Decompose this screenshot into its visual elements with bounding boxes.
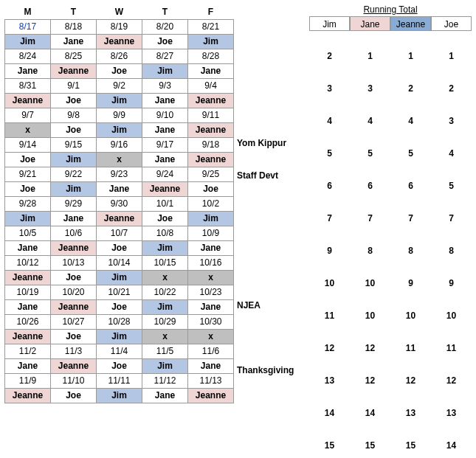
- running-total-cell: 11: [390, 343, 431, 353]
- date-cell: 9/29: [51, 196, 97, 211]
- running-total-cell: 6: [350, 181, 390, 191]
- assignment-cell: Jeanne: [97, 34, 142, 49]
- running-total-row: 14141313: [309, 406, 472, 420]
- running-total-cell: 12: [309, 343, 350, 353]
- assignment-cell: Jane: [188, 240, 234, 255]
- running-total-cell: 5: [390, 148, 431, 159]
- week-note: [237, 266, 302, 280]
- assignment-cell: Jim: [51, 152, 97, 167]
- date-cell: 10/15: [142, 255, 188, 270]
- assignment-cell: Joe: [5, 181, 51, 196]
- date-cell: 10/13: [51, 255, 97, 270]
- date-cell: 10/28: [97, 314, 142, 329]
- date-cell: 10/9: [188, 226, 234, 240]
- date-cell: 9/15: [51, 137, 97, 152]
- day-header: T: [51, 4, 97, 19]
- running-total-cell: 3: [350, 83, 390, 94]
- running-total-row: 6665: [309, 178, 472, 193]
- assignment-cell: Jeanne: [5, 329, 51, 344]
- assignment-cell: Jeanne: [5, 388, 51, 403]
- running-total-cell: 14: [309, 408, 350, 418]
- running-total-cell: 1: [390, 51, 431, 61]
- date-cell: 9/24: [142, 167, 188, 181]
- date-cell: 10/19: [5, 285, 51, 299]
- rt-header-jim: Jim: [309, 16, 350, 31]
- assignment-cell: Joe: [97, 299, 142, 314]
- assignment-cell: Jim: [97, 122, 142, 137]
- date-cell: 9/3: [142, 78, 188, 93]
- running-total-cell: 15: [309, 440, 350, 451]
- assignment-cell: Jeanne: [188, 152, 234, 167]
- date-cell: 11/11: [97, 373, 142, 388]
- date-cell: 11/4: [97, 344, 142, 358]
- date-cell: 9/10: [142, 108, 188, 122]
- assignment-cell: Joe: [51, 388, 97, 403]
- date-cell: 9/22: [51, 167, 97, 181]
- running-total-cell: 12: [431, 375, 472, 386]
- date-cell: 9/18: [188, 137, 234, 152]
- running-total-row: 12121111: [309, 341, 472, 355]
- assignment-cell: Jane: [5, 299, 51, 314]
- assignment-cell: x: [188, 329, 234, 344]
- assignment-cell: x: [142, 270, 188, 285]
- running-total-cell: 1: [431, 51, 472, 61]
- running-total-cell: 7: [350, 213, 390, 223]
- date-cell: 10/20: [51, 285, 97, 299]
- date-cell: 9/2: [97, 78, 142, 93]
- schedule-table: MTWTF8/178/188/198/208/21JimJaneJeanneJo…: [4, 4, 234, 403]
- assignment-cell: Jim: [97, 270, 142, 285]
- running-total-cell: 8: [431, 246, 472, 256]
- running-total-row: 11101010: [309, 308, 472, 323]
- assignment-cell: Jane: [97, 181, 142, 196]
- date-cell: 10/14: [97, 255, 142, 270]
- running-total-cell: 9: [431, 278, 472, 288]
- running-total-cell: 11: [431, 343, 472, 353]
- assignment-cell: Joe: [51, 122, 97, 137]
- date-cell: 9/28: [5, 196, 51, 211]
- running-total-cell: 3: [309, 83, 350, 94]
- assignment-cell: Joe: [97, 240, 142, 255]
- date-cell: 9/30: [97, 196, 142, 211]
- date-cell: 10/5: [5, 226, 51, 240]
- assignment-cell: Joe: [5, 152, 51, 167]
- running-total-row: 15151514: [309, 438, 472, 453]
- date-cell: 10/1: [142, 196, 188, 211]
- date-cell: 8/25: [51, 49, 97, 63]
- date-cell: 10/26: [5, 314, 51, 329]
- running-total-cell: 13: [309, 375, 350, 386]
- date-cell: 8/21: [188, 19, 234, 34]
- assignment-cell: Jim: [142, 358, 188, 373]
- date-cell: 10/30: [188, 314, 234, 329]
- assignment-cell: Jim: [142, 240, 188, 255]
- running-total-row: 3322: [309, 81, 472, 96]
- date-cell: 8/17: [5, 19, 51, 34]
- date-cell: 8/31: [5, 78, 51, 93]
- assignment-cell: Jeanne: [97, 211, 142, 226]
- date-cell: 9/1: [51, 78, 97, 93]
- assignment-cell: Jim: [97, 93, 142, 108]
- running-total-cell: 3: [431, 116, 472, 126]
- running-total-cell: 8: [350, 246, 390, 256]
- running-total-cell: 4: [309, 116, 350, 126]
- running-total-cell: 15: [390, 440, 431, 451]
- running-total-cell: 12: [350, 343, 390, 353]
- assignment-cell: Joe: [97, 358, 142, 373]
- assignment-cell: Jane: [5, 240, 51, 255]
- running-total-row: 4443: [309, 114, 472, 128]
- date-cell: 11/10: [51, 373, 97, 388]
- date-cell: 11/5: [142, 344, 188, 358]
- running-total-cell: 5: [350, 148, 390, 159]
- assignment-cell: Jeanne: [142, 181, 188, 196]
- running-total-row: 101099: [309, 276, 472, 291]
- assignment-cell: Jane: [5, 358, 51, 373]
- week-note: Thanksgiving: [237, 363, 302, 378]
- running-total-title: Running Total: [309, 4, 472, 15]
- assignment-cell: Jim: [5, 211, 51, 226]
- week-note: Staff Devt: [237, 168, 302, 183]
- running-total-row: 13121212: [309, 373, 472, 388]
- assignment-cell: Joe: [51, 93, 97, 108]
- assignment-cell: Jeanne: [51, 240, 97, 255]
- week-note: Yom Kippur: [237, 136, 302, 150]
- date-cell: 10/8: [142, 226, 188, 240]
- day-header: W: [97, 4, 142, 19]
